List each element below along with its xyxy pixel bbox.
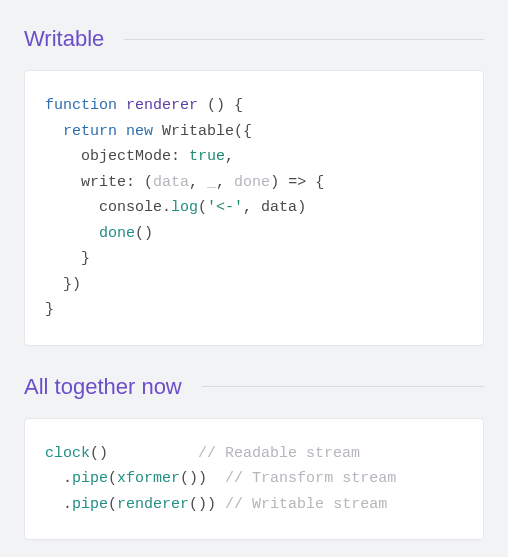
code-together: clock() // Readable stream .pipe(xformer… [45, 441, 463, 518]
code-token: () [135, 225, 153, 242]
code-token: ( [198, 199, 207, 216]
code-token: : ( [126, 174, 153, 191]
code-token: new [126, 123, 153, 140]
code-token: renderer [126, 97, 198, 114]
code-token: , [189, 174, 207, 191]
code-token: done [234, 174, 270, 191]
heading-rule [124, 39, 484, 40]
code-token: xformer [117, 470, 180, 487]
section-heading-writable: Writable [24, 26, 484, 52]
code-token: console [99, 199, 162, 216]
code-comment: // Writable stream [225, 496, 387, 513]
code-token: }) [45, 276, 81, 293]
code-token: ({ [234, 123, 252, 140]
code-token: log [171, 199, 198, 216]
code-token: () { [198, 97, 243, 114]
code-token: data [261, 199, 297, 216]
heading-together: All together now [24, 374, 182, 400]
code-pad [108, 445, 198, 462]
code-token: . [162, 199, 171, 216]
code-token: , [216, 174, 234, 191]
code-token: Writable [162, 123, 234, 140]
code-token: ) [207, 496, 216, 513]
code-token: , [243, 199, 261, 216]
code-block-writable: function renderer () { return new Writab… [24, 70, 484, 346]
code-token: () [90, 445, 108, 462]
code-token: } [45, 301, 54, 318]
code-token: ) [297, 199, 306, 216]
code-token: data [153, 174, 189, 191]
code-token: pipe [72, 496, 108, 513]
heading-rule [202, 386, 484, 387]
code-token: _ [207, 174, 216, 191]
code-token: function [45, 97, 117, 114]
page: Writable function renderer () { return n… [0, 0, 508, 557]
code-token: true [189, 148, 225, 165]
code-token: return [63, 123, 117, 140]
code-token: , [225, 148, 234, 165]
code-token: write [81, 174, 126, 191]
code-token: pipe [72, 470, 108, 487]
code-token: ( [108, 470, 117, 487]
code-pad [216, 496, 225, 513]
code-token: : [171, 148, 189, 165]
code-token: objectMode [81, 148, 171, 165]
code-token: . [45, 470, 72, 487]
code-token: ( [108, 496, 117, 513]
heading-writable: Writable [24, 26, 104, 52]
code-token: clock [45, 445, 90, 462]
code-block-together: clock() // Readable stream .pipe(xformer… [24, 418, 484, 541]
code-token: } [45, 250, 90, 267]
code-token: ) [198, 470, 207, 487]
code-token: done [99, 225, 135, 242]
code-pad [207, 470, 225, 487]
code-token: ) => { [270, 174, 324, 191]
code-comment: // Readable stream [198, 445, 360, 462]
code-token: () [189, 496, 207, 513]
code-comment: // Transform stream [225, 470, 396, 487]
code-token: '<-' [207, 199, 243, 216]
code-writable: function renderer () { return new Writab… [45, 93, 463, 323]
section-heading-together: All together now [24, 374, 484, 400]
code-token: . [45, 496, 72, 513]
code-token: () [180, 470, 198, 487]
code-token: renderer [117, 496, 189, 513]
